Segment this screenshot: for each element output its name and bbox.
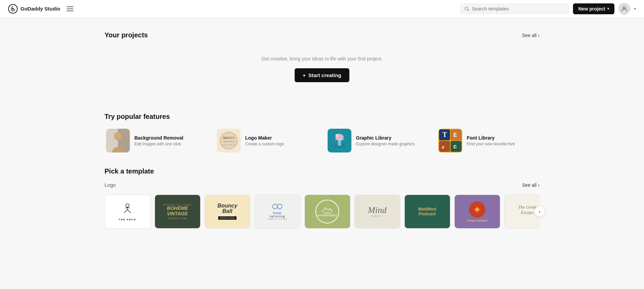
font-library-description: Find your new favorite font — [467, 142, 515, 146]
godaddy-logo-icon — [8, 4, 18, 14]
background-removal-title: Background Removal — [135, 135, 184, 141]
background-removal-illustration — [106, 129, 130, 152]
new-project-button[interactable]: New project ▾ — [573, 3, 614, 14]
background-removal-image — [106, 129, 130, 152]
template-card-bouncy[interactable]: BouncyBall SPORTS BAR — [205, 195, 250, 229]
unique-inner: Unique Delights — [467, 201, 488, 222]
keep-inner: keepspinning JEWELRY & MORE — [267, 203, 288, 220]
mind-inner: Mind AWAY — [368, 206, 387, 218]
logo[interactable]: GoDaddy Studio — [8, 4, 60, 14]
mind-away: AWAY — [368, 215, 387, 218]
boheme-sub: ANOTHER TIME — [168, 217, 187, 219]
great-sub: · · · — [518, 217, 536, 219]
paulas-inner: Paula's Adventures — [315, 200, 339, 223]
svg-text:E: E — [453, 132, 457, 138]
svg-line-30 — [124, 210, 127, 213]
projects-empty-state: Get creative, bring your ideas to life w… — [105, 46, 540, 99]
search-icon — [465, 6, 469, 11]
great-text: The GreatEscape — [518, 204, 536, 215]
svg-text:EAT ON THE GO: EAT ON THE GO — [222, 144, 235, 146]
template-card-unique[interactable]: Unique Delights — [454, 195, 500, 229]
template-card-keep[interactable]: keepspinning JEWELRY & MORE — [255, 195, 300, 229]
graphic-library-title: Graphic Library — [356, 135, 415, 141]
menu-icon[interactable] — [65, 5, 75, 13]
feature-card-graphic-library[interactable]: Graphic Library Explore designer-made gr… — [326, 127, 429, 154]
template-card-boheme[interactable]: AUTHENTIC FINDS BOHÈMEVINTAGE ANOTHER TI… — [155, 195, 201, 229]
svg-text:MILLY'S: MILLY'S — [223, 137, 234, 140]
logo-maker-image: MILLY'S MUNCHIES EAT ON THE GO — [217, 129, 241, 152]
templates-section: Pick a template Logo See all › — [105, 167, 540, 229]
logo-text: GoDaddy Studio — [20, 6, 60, 12]
avatar[interactable] — [619, 3, 630, 15]
projects-title: Your projects — [105, 31, 148, 39]
templates-title: Pick a template — [105, 167, 540, 175]
logo-maker-illustration: MILLY'S MUNCHIES EAT ON THE GO — [217, 129, 241, 152]
feature-card-font-library[interactable]: T E a c Font Library Find your new favor… — [437, 127, 540, 154]
bouncy-inner: BouncyBall SPORTS BAR — [217, 203, 238, 220]
header-right: New project ▾ ▾ — [460, 3, 636, 15]
svg-point-1 — [12, 8, 14, 10]
projects-see-all-link[interactable]: See all › — [522, 33, 539, 38]
unique-sun-icon — [473, 205, 481, 214]
projects-section-header: Your projects See all › — [105, 31, 540, 39]
keep-logo-icon — [272, 203, 282, 210]
chevron-right-icon: › — [539, 209, 540, 214]
app-header: GoDaddy Studio New project ▾ ▾ — [0, 0, 644, 18]
background-removal-description: Edit images with one click — [135, 142, 184, 146]
font-library-image: T E a c — [438, 129, 462, 152]
svg-point-28 — [126, 204, 129, 207]
projects-empty-message: Get creative, bring your ideas to life w… — [105, 56, 540, 61]
projects-section: Your projects See all › Get creative, br… — [105, 31, 540, 99]
graphic-library-text: Graphic Library Explore designer-made gr… — [356, 135, 415, 146]
template-card-paulas[interactable]: Paula's Adventures — [304, 195, 350, 229]
new-project-label: New project — [578, 6, 605, 12]
graphic-library-image — [328, 129, 351, 152]
header-left: GoDaddy Studio — [8, 4, 75, 14]
arch-label: THE ARCH — [119, 218, 136, 221]
font-library-title: Font Library — [467, 135, 515, 141]
bouncy-bar: SPORTS BAR — [218, 216, 237, 220]
start-creating-label: Start creating — [309, 72, 342, 78]
svg-point-33 — [277, 204, 282, 209]
svg-line-3 — [468, 10, 469, 11]
popular-features-section: Try popular features Background Removal … — [105, 113, 540, 154]
templates-see-all-link[interactable]: See all › — [522, 182, 539, 188]
plus-icon: + — [303, 72, 306, 78]
logo-maker-description: Create a custom logo — [245, 142, 284, 146]
font-library-text: Font Library Find your new favorite font — [467, 135, 515, 146]
logo-category-header: Logo See all › — [105, 182, 540, 188]
templates-list: THE ARCH AUTHENTIC FINDS BOHÈMEVINTAGE A… — [105, 195, 540, 229]
background-removal-text: Background Removal Edit images with one … — [135, 135, 184, 146]
svg-point-32 — [273, 204, 277, 209]
svg-line-31 — [127, 210, 131, 213]
paulas-mountain-icon — [322, 207, 332, 212]
search-box — [460, 4, 569, 14]
svg-point-34 — [475, 207, 479, 212]
projects-see-all-chevron-icon: › — [538, 33, 540, 38]
boheme-name: BOHÈMEVINTAGE — [167, 206, 188, 216]
header-chevron-icon: ▾ — [634, 7, 636, 11]
unique-circle — [469, 201, 485, 218]
feature-card-background-removal[interactable]: Background Removal Edit images with one … — [105, 127, 207, 154]
template-card-midwest[interactable]: Mid/ModPodcast — [404, 195, 450, 229]
keep-text: keepspinning — [267, 211, 288, 218]
search-input[interactable] — [472, 6, 564, 12]
keep-sub: JEWELRY & MORE — [267, 218, 288, 220]
logo-maker-text: Logo Maker Create a custom logo — [245, 135, 284, 146]
scroll-right-button[interactable]: › — [534, 206, 545, 217]
template-card-arch[interactable]: THE ARCH — [105, 195, 151, 229]
unique-text: Unique Delights — [467, 219, 488, 222]
graphic-library-illustration — [328, 129, 351, 152]
user-icon — [621, 6, 627, 12]
templates-see-all-chevron-icon: › — [538, 182, 540, 188]
paulas-name: Paula's — [324, 212, 331, 214]
logo-template-category: Logo See all › — [105, 182, 540, 229]
start-creating-button[interactable]: + Start creating — [295, 68, 349, 82]
templates-see-all-label: See all — [522, 182, 537, 188]
feature-card-logo-maker[interactable]: MILLY'S MUNCHIES EAT ON THE GO Logo Make… — [215, 127, 318, 154]
chevron-down-icon: ▾ — [607, 7, 609, 11]
svg-rect-22 — [439, 141, 450, 152]
svg-text:MUNCHIES: MUNCHIES — [223, 141, 234, 143]
template-card-mind[interactable]: Mind AWAY — [354, 195, 400, 229]
svg-point-8 — [115, 132, 121, 140]
